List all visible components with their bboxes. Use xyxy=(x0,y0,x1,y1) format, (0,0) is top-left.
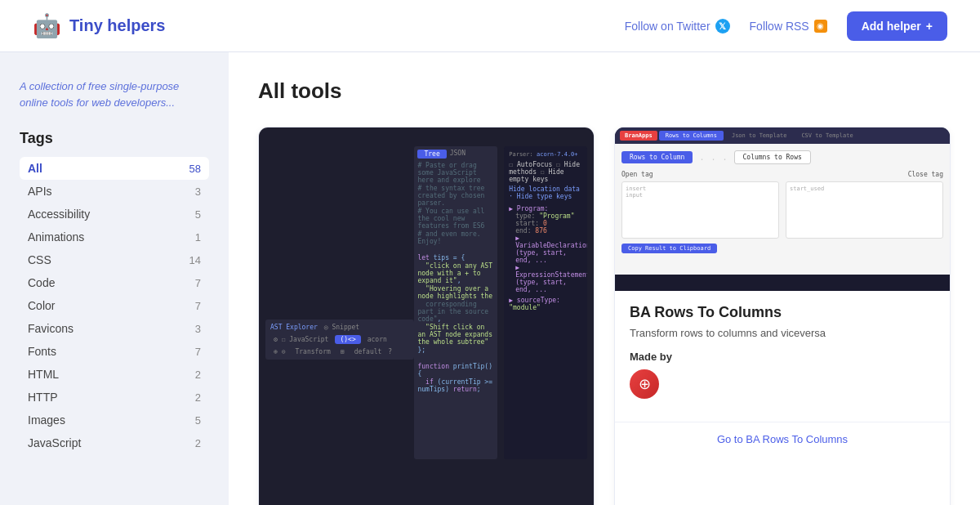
logo-area[interactable]: 🤖 Tiny helpers xyxy=(33,12,165,39)
tag-label: Accessibility xyxy=(28,208,90,221)
add-helper-label: Add helper xyxy=(862,20,921,33)
ba-tool-name: BA Rows To Columns xyxy=(630,304,935,321)
tag-label: HTTP xyxy=(28,391,58,404)
main-layout: A collection of free single-purpose onli… xyxy=(0,52,980,505)
tag-count: 1 xyxy=(195,231,201,244)
tag-label: CSS xyxy=(28,253,51,266)
tag-label: Animations xyxy=(28,230,84,244)
ba-tool-link[interactable]: Go to BA Rows To Columns xyxy=(717,433,848,445)
tag-count: 2 xyxy=(195,437,201,449)
tag-label: Fonts xyxy=(28,345,56,358)
tag-count: 5 xyxy=(195,414,201,427)
tag-count: 2 xyxy=(195,391,201,404)
tags-heading: Tags xyxy=(20,130,209,147)
sidebar-tag-item[interactable]: Animations1 xyxy=(20,226,209,248)
sidebar-tag-item[interactable]: HTML2 xyxy=(20,363,209,386)
tag-count: 5 xyxy=(195,208,201,221)
ba-made-by-label: Made by xyxy=(630,351,935,363)
tag-count: 3 xyxy=(195,185,201,198)
sidebar-tag-item[interactable]: Accessibility5 xyxy=(20,203,209,226)
logo-icon: 🤖 xyxy=(33,12,61,39)
tag-label: All xyxy=(28,162,42,175)
tag-count: 58 xyxy=(189,163,201,175)
sidebar-tag-item[interactable]: All58 xyxy=(20,157,209,180)
sidebar-tag-item[interactable]: Images5 xyxy=(20,409,209,431)
tag-count: 14 xyxy=(189,254,201,266)
tool-card-ba-rows-to-columns: BranApps Rows to Columns Json to Templat… xyxy=(614,127,951,505)
sidebar-tag-item[interactable]: HTTP2 xyxy=(20,386,209,409)
sidebar-description: A collection of free single-purpose onli… xyxy=(20,78,209,110)
tag-label: Code xyxy=(28,276,55,289)
sidebar-tag-item[interactable]: CSS14 xyxy=(20,248,209,271)
tag-label: Favicons xyxy=(28,322,74,335)
sidebar: A collection of free single-purpose onli… xyxy=(0,52,229,505)
tag-count: 3 xyxy=(195,323,201,335)
tag-count: 7 xyxy=(195,277,201,289)
tag-label: JavaScript xyxy=(28,436,81,449)
add-helper-button[interactable]: Add helper + xyxy=(847,11,947,41)
tags-list: All58APIs3Accessibility5Animations1CSS14… xyxy=(20,157,209,454)
ba-link-bar: Go to BA Rows To Columns xyxy=(615,422,950,455)
sidebar-tag-item[interactable]: Color7 xyxy=(20,294,209,317)
follow-twitter-link[interactable]: Follow on Twitter 𝕏 xyxy=(625,19,730,34)
ast-preview: AST Explorer ◎ Snippet ⚙ ☐ JavaScript ()… xyxy=(259,127,594,505)
ba-avatar: ⊕ xyxy=(630,369,659,399)
sidebar-tag-item[interactable]: Code7 xyxy=(20,271,209,294)
plus-icon: + xyxy=(926,20,933,33)
twitter-icon: 𝕏 xyxy=(715,19,730,34)
tag-label: Color xyxy=(28,299,55,312)
sidebar-tag-item[interactable]: JavaScript2 xyxy=(20,431,209,454)
tool-card-ast-explorer: AST Explorer ◎ Snippet ⚙ ☐ JavaScript ()… xyxy=(258,127,595,505)
tag-label: HTML xyxy=(28,368,59,381)
logo-text: Tiny helpers xyxy=(69,16,165,35)
follow-twitter-label: Follow on Twitter xyxy=(625,20,710,33)
sidebar-tag-item[interactable]: Favicons3 xyxy=(20,317,209,340)
tools-grid: AST Explorer ◎ Snippet ⚙ ☐ JavaScript ()… xyxy=(258,127,951,505)
rss-icon: ◉ xyxy=(814,20,827,33)
tag-count: 2 xyxy=(195,369,201,381)
follow-rss-link[interactable]: Follow RSS ◉ xyxy=(750,20,827,33)
tag-count: 7 xyxy=(195,346,201,358)
header-actions: Follow on Twitter 𝕏 Follow RSS ◉ Add hel… xyxy=(625,11,947,41)
content-area: All tools AST Explorer ◎ Snippet ⚙ ☐ Jav… xyxy=(229,52,980,505)
sidebar-tag-item[interactable]: Fonts7 xyxy=(20,340,209,363)
ba-preview: BranApps Rows to Columns Json to Templat… xyxy=(615,127,950,291)
ba-tool-info: BA Rows To Columns Transform rows to col… xyxy=(615,291,950,422)
follow-rss-label: Follow RSS xyxy=(750,20,809,33)
tag-count: 7 xyxy=(195,300,201,312)
header: 🤖 Tiny helpers Follow on Twitter 𝕏 Follo… xyxy=(0,0,980,52)
tag-label: APIs xyxy=(28,185,52,198)
ba-tool-desc: Transform rows to columns and viceversa xyxy=(630,326,935,341)
tag-label: Images xyxy=(28,413,65,427)
sidebar-tag-item[interactable]: APIs3 xyxy=(20,180,209,203)
page-title: All tools xyxy=(258,78,951,104)
